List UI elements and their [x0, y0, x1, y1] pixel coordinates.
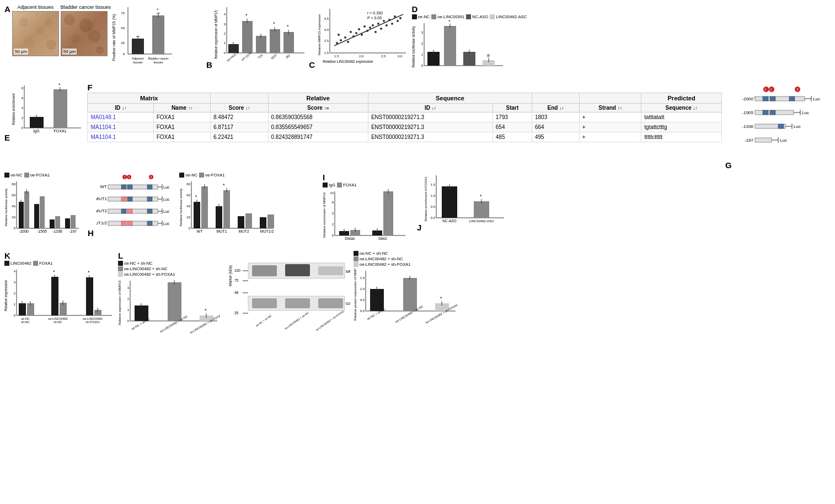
row2-strand: + — [579, 122, 641, 132]
svg-text:1.5: 1.5 — [360, 276, 365, 280]
svg-text:Site2: Site2 — [378, 237, 387, 240]
svg-text:*: * — [287, 24, 289, 29]
tissue1-title: Adjacent tissues — [12, 4, 59, 10]
svg-text:IgG: IgG — [34, 129, 40, 133]
svg-rect-282 — [86, 277, 93, 315]
svg-text:Relative luciferase activity: Relative luciferase activity — [412, 26, 416, 68]
svg-point-60 — [344, 36, 346, 39]
svg-text:4: 4 — [14, 270, 16, 273]
svg-text:MUT1/2: MUT1/2 — [96, 221, 108, 226]
svg-text:MUT2: MUT2 — [96, 208, 108, 213]
chart-h: Relative luciferase activity — [179, 179, 276, 242]
panel-l-label: L — [118, 251, 123, 260]
svg-point-1 — [37, 28, 44, 34]
svg-rect-226 — [267, 215, 274, 228]
svg-rect-160 — [24, 191, 29, 228]
svg-text:FOXA1: FOXA1 — [54, 129, 67, 133]
svg-text:3.5: 3.5 — [324, 17, 329, 20]
svg-text:3: 3 — [421, 31, 423, 34]
svg-text:Relative luciferase activity: Relative luciferase activity — [179, 188, 183, 226]
chart-d: Relative luciferase activity * # 0 1 — [412, 20, 506, 78]
row1-id[interactable]: MA0148.1 — [88, 112, 153, 122]
svg-rect-326 — [285, 264, 310, 276]
legend-e-foxa1: oe-FOXA1 — [24, 173, 50, 178]
chart-i: Relative enrichment of MMP15 * 0 2 5 — [323, 189, 408, 246]
tissue1-scale: 50 μm — [14, 49, 28, 55]
svg-text:Relative expression of MMP15: Relative expression of MMP15 — [215, 10, 218, 60]
legend-h-foxa1: oe-FOXA1 — [199, 173, 224, 178]
panel-h-chart: oe-NC oe-FOXA1 Relative luciferase activ… — [179, 173, 276, 244]
svg-point-65 — [358, 28, 360, 30]
tissue2-scale: 50 μm — [62, 49, 77, 55]
svg-text:2: 2 — [332, 223, 334, 226]
panel-western: Marker (kDa) 100 MMP15 (76 kDa) 75 48 — [223, 251, 350, 333]
svg-text:*: * — [273, 21, 275, 26]
svg-text:*: * — [195, 194, 197, 200]
legend-prot-2: oe-LINC00482 + sh-NC — [354, 256, 458, 261]
panel-k: K LINC00482 FOXA1 Relative expression — [4, 251, 115, 333]
chart-e-lower: Relative luciferase activity — [4, 179, 82, 242]
svg-text:2: 2 — [421, 42, 423, 45]
svg-point-74 — [383, 20, 385, 22]
svg-rect-202 — [121, 209, 126, 213]
header-relative: Relative — [268, 93, 368, 104]
legend-l-3: oe-LINC00482 + sh-FOXA1 — [118, 272, 220, 277]
header-predicted: Predicted — [641, 93, 722, 104]
svg-text:*: * — [387, 189, 389, 191]
row3-name: FOXA1 — [153, 132, 210, 142]
svg-rect-188 — [147, 185, 152, 189]
svg-text:oe-LINC00482 + sh-FOXA1: oe-LINC00482 + sh-FOXA1 — [315, 309, 345, 331]
panel-h-label-container: H 1 2 3 WT — [88, 173, 176, 244]
chart-j: Relative enrichment of FOXA1 * 0.0 0.5 1… — [424, 173, 507, 230]
svg-text:sh-NC: sh-NC — [53, 320, 62, 324]
svg-point-59 — [338, 34, 340, 36]
svg-text:*: * — [245, 13, 248, 18]
svg-text:Distal: Distal — [345, 237, 355, 240]
svg-text:3.0: 3.0 — [324, 28, 329, 31]
svg-text:1.5: 1.5 — [430, 183, 435, 186]
svg-text:Relative enrichment: Relative enrichment — [12, 93, 15, 125]
svg-text:MUT1/2: MUT1/2 — [260, 229, 274, 233]
row1-relscore: 0.863590305568 — [268, 112, 368, 122]
svg-point-71 — [374, 31, 377, 33]
table-row-1: MA0148.1 FOXA1 8.48472 0.863590305568 EN… — [88, 112, 721, 122]
panel-i: I IgG FOXA1 Relative enrichment of MMP15 — [323, 173, 414, 249]
svg-text:Luc: Luc — [780, 138, 787, 143]
svg-text:2: 2 — [22, 116, 24, 120]
row2-seqid: ENST00000219271.3 — [368, 122, 493, 132]
tissue2-image: 50 μm — [61, 11, 108, 56]
row2-relscore: 0.835565549657 — [268, 122, 368, 132]
svg-text:tissues: tissues — [153, 61, 163, 64]
panel-e-label: E — [4, 133, 10, 142]
svg-text:1: 1 — [421, 53, 423, 56]
panel-i-label: I — [323, 173, 325, 182]
chart-e: Relative enrichment * 0 2 4 6 8 IgG F — [12, 83, 84, 141]
svg-text:3: 3 — [127, 286, 130, 289]
svg-text:Relative MMP15 expression: Relative MMP15 expression — [318, 14, 321, 56]
svg-text:-197: -197 — [69, 229, 77, 233]
chart-b: Relative expression of MMP15 * * * — [215, 4, 306, 68]
svg-rect-33 — [256, 36, 266, 53]
svg-text:Luc: Luc — [163, 210, 170, 213]
svg-text:*: * — [223, 183, 225, 188]
panel-a-label: A — [4, 4, 10, 14]
row3-id[interactable]: MA1104.1 — [88, 132, 153, 142]
svg-text:4: 4 — [22, 106, 24, 110]
svg-text:-1505: -1505 — [37, 229, 47, 233]
svg-text:Positive rate of MMP15 (%): Positive rate of MMP15 (%) — [113, 14, 116, 61]
r-value: r = 0.330 — [367, 11, 383, 15]
panel-f: F Matrix Relative Sequence Predicted ID … — [87, 83, 721, 142]
row2-id[interactable]: MA1104.1 — [88, 122, 153, 132]
svg-text:Luc: Luc — [163, 222, 170, 226]
svg-point-2 — [24, 36, 35, 47]
legend-e-nc: oe-NC — [4, 173, 23, 178]
svg-rect-220 — [201, 186, 208, 228]
legend-h-nc: oe-NC — [179, 173, 197, 178]
svg-text:Bladder cancer: Bladder cancer — [148, 57, 168, 60]
svg-text:Relative expression of MMP15: Relative expression of MMP15 — [118, 280, 121, 325]
chart-protein: Relative protein expression of MMP15 * 0… — [354, 268, 458, 323]
svg-rect-225 — [260, 217, 266, 228]
panel-b: B Relative expression of MMP15 * * — [206, 4, 306, 70]
svg-point-4 — [46, 40, 56, 50]
tissue2-title: Bladder cancer tissues — [61, 4, 111, 10]
